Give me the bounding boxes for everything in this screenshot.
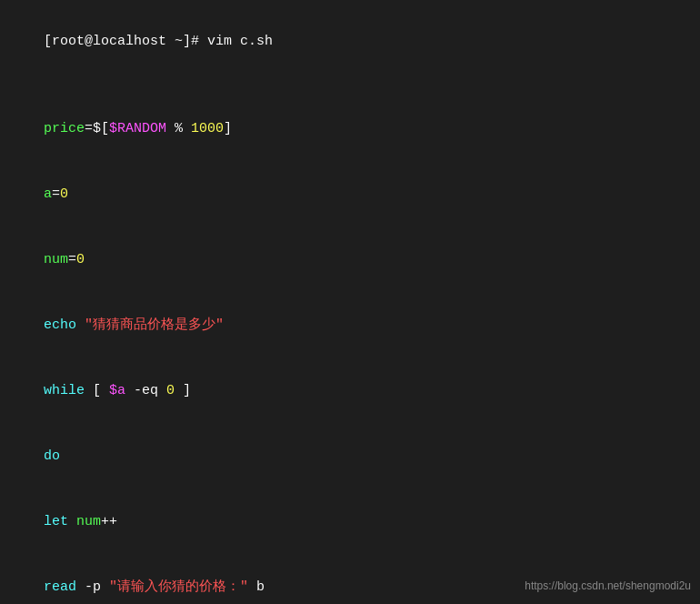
- code-line-price: price=$[$RANDOM % 1000]: [11, 96, 689, 162]
- code-line-a0: a=0: [11, 162, 689, 227]
- code-line-do: do: [11, 424, 689, 489]
- code-line-echo1: echo "猜猜商品价格是多少": [11, 293, 689, 358]
- terminal-window: [root@localhost ~]# vim c.sh price=$[$RA…: [0, 0, 700, 604]
- code-line-while: while [ $a -eq 0 ]: [11, 358, 689, 424]
- blank-line-1: [11, 75, 689, 96]
- watermark: https://blog.csdn.net/shengmodi2u: [525, 578, 691, 595]
- prompt-line: [root@localhost ~]# vim c.sh: [11, 9, 689, 75]
- code-line-num0: num=0: [11, 227, 689, 293]
- code-line-letnum: let num++: [11, 489, 689, 555]
